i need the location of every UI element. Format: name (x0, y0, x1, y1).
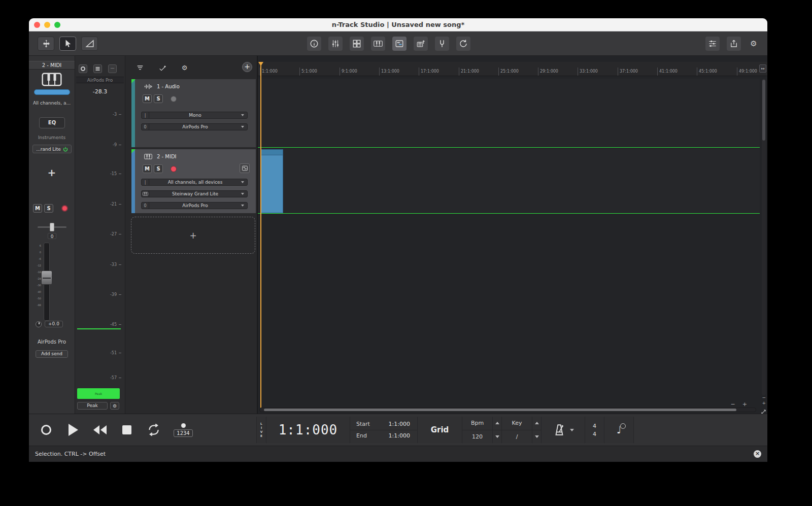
stop-button[interactable] (118, 421, 136, 438)
track-collapse-triangle[interactable] (131, 149, 136, 153)
record-arm-button[interactable] (171, 166, 177, 172)
volume-fader-thumb[interactable] (41, 271, 52, 285)
horizontal-scrollbar-thumb[interactable] (264, 409, 736, 411)
solo-button[interactable]: S (154, 164, 163, 173)
minimize-window-button[interactable] (44, 22, 50, 28)
bpm-value[interactable]: 120 (462, 433, 492, 440)
key-up-button[interactable] (532, 417, 541, 430)
windows-layout-button[interactable] (350, 37, 364, 51)
track-color-strip (131, 79, 135, 147)
fader-scale-value: 0 (40, 251, 41, 254)
zoom-out-button[interactable]: − (731, 402, 735, 407)
start-value[interactable]: 1:1:000 (377, 421, 417, 427)
add-effect-button[interactable]: + (29, 166, 75, 179)
piano-roll-view-button[interactable] (392, 37, 407, 51)
record-button[interactable] (38, 421, 55, 438)
add-track-button[interactable]: + (242, 62, 252, 72)
gain-knob[interactable] (36, 321, 42, 327)
grid-button[interactable]: Grid (418, 417, 462, 443)
tempo-base-button[interactable]: ♩ (604, 417, 634, 443)
vertical-scrollbar[interactable] (762, 79, 766, 395)
info-button[interactable] (307, 37, 321, 51)
midi-output-button[interactable] (414, 37, 428, 51)
bpm-label: Bpm (462, 420, 492, 426)
add-send-button[interactable]: Add send (36, 350, 68, 358)
select-tool-button[interactable] (59, 37, 76, 51)
track-item-midi[interactable]: 2 - MIDI M S | All channels, all devices… (131, 149, 256, 214)
audio-track-lane[interactable] (258, 79, 760, 148)
play-button[interactable] (64, 421, 82, 438)
live-button[interactable]: LIVE (256, 417, 266, 443)
chevron-down-icon[interactable] (570, 429, 574, 431)
output-device-dropdown[interactable]: 0 AirPods Pro (141, 123, 248, 130)
mute-button[interactable]: M (143, 94, 152, 103)
sync-button[interactable] (456, 37, 470, 51)
zoom-in-button[interactable]: + (742, 402, 747, 407)
gain-value[interactable]: +0.0 (45, 321, 63, 327)
solo-button[interactable]: S (44, 204, 53, 213)
track-collapse-triangle[interactable] (131, 79, 136, 83)
fader-scale: 6 0 -6 -12 -18 -24 -30 -40 -50 -88 (30, 245, 41, 313)
solo-button[interactable]: S (154, 94, 163, 103)
playhead[interactable] (260, 62, 261, 408)
bpm-down-button[interactable] (492, 430, 501, 444)
record-arm-button[interactable] (171, 96, 177, 102)
status-close-button[interactable]: × (754, 450, 761, 458)
metronome-button[interactable] (542, 417, 585, 443)
eq-button[interactable]: EQ (39, 117, 65, 128)
horizontal-scrollbar[interactable] (259, 408, 756, 412)
add-track-drop-area[interactable]: + (131, 217, 255, 254)
peak-mode-button[interactable]: Peak (77, 402, 108, 410)
bpm-control: Bpm 120 (462, 417, 502, 443)
key-value[interactable]: / (502, 433, 532, 440)
vertical-zoom-in-button[interactable]: + (762, 401, 766, 405)
titlebar: n-Track Studio | Unsaved new song* (29, 18, 767, 31)
track-settings-button[interactable]: ⚙ (180, 63, 189, 72)
channel-mode-dropdown[interactable]: | Mono (141, 112, 248, 119)
close-window-button[interactable] (34, 22, 40, 28)
move-tool-button[interactable] (38, 37, 54, 51)
mute-button[interactable]: M (33, 204, 42, 213)
resize-corner-icon[interactable] (761, 407, 766, 413)
share-button[interactable] (727, 37, 741, 51)
ruler-resize-icon[interactable]: ↔ (759, 64, 766, 73)
arrange-area[interactable]: 1:1:000 5:1:000 9:1:000 13:1:000 17:1:00… (257, 56, 767, 414)
key-control: Key / (502, 417, 542, 443)
piano-keyboard-button[interactable] (371, 37, 385, 51)
transport-bar: 1234 LIVE 1:1:000 Start 1:1:000 End 1:1:… (29, 414, 767, 446)
mixer-button[interactable] (328, 37, 343, 51)
meter-gear-button[interactable]: ⚙ (110, 402, 119, 410)
rewind-button[interactable] (91, 421, 109, 438)
track-item-audio[interactable]: 1 - Audio M S | Mono 0 AirPods Pro (131, 79, 256, 148)
time-signature-control[interactable]: 4 4 (585, 417, 604, 443)
timeline-ruler[interactable]: 1:1:000 5:1:000 9:1:000 13:1:000 17:1:00… (258, 62, 767, 76)
midi-clip[interactable] (260, 149, 283, 213)
channel-strip-header[interactable]: 2 - MIDI (29, 61, 75, 70)
key-down-button[interactable] (532, 430, 541, 444)
pan-slider-thumb[interactable] (50, 223, 54, 231)
tuner-button[interactable] (435, 37, 449, 51)
track-routing-button[interactable] (158, 63, 166, 72)
fade-tool-button[interactable] (81, 37, 98, 51)
zoom-window-button[interactable] (54, 22, 60, 28)
open-piano-roll-button[interactable] (240, 163, 250, 173)
time-display[interactable]: 1:1:000 (266, 417, 350, 443)
output-device-dropdown[interactable]: 0 AirPods Pro (141, 202, 248, 209)
settings-sliders-button[interactable] (705, 37, 720, 51)
track-sort-button[interactable] (136, 63, 144, 72)
midi-input-dropdown[interactable]: | All channels, all devices (141, 179, 248, 186)
record-arm-button[interactable] (61, 205, 68, 212)
loop-button[interactable] (145, 421, 162, 438)
count-in-button[interactable]: 1234 (172, 423, 194, 437)
end-value[interactable]: 1:1:000 (377, 432, 417, 439)
instrument-button[interactable]: ...rand Lite (32, 145, 72, 153)
instrument-dropdown[interactable]: Steinway Grand Lite (141, 190, 248, 197)
settings-gear-button[interactable]: ⚙ (748, 37, 759, 51)
vertical-scrollbar-thumb[interactable] (762, 80, 765, 141)
vertical-zoom-out-button[interactable]: − (762, 395, 766, 399)
mute-button[interactable]: M (143, 164, 152, 173)
bpm-up-button[interactable] (492, 417, 501, 430)
midi-track-lane[interactable] (258, 149, 760, 214)
playhead-flag[interactable] (258, 62, 263, 66)
chevron-down-icon (241, 205, 244, 207)
